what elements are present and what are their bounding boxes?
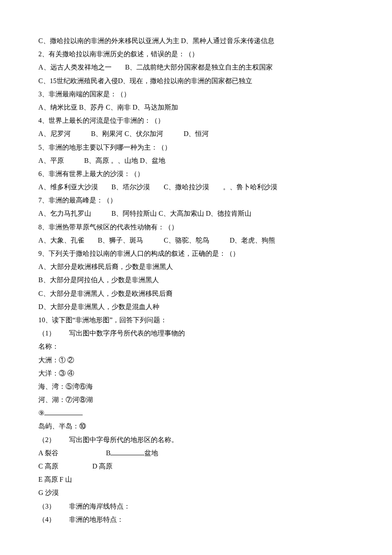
q9-stem: 9、下列关于撒哈拉以南的非洲人口的构成的叙述，正确的是：（） [38,247,354,260]
q6-opt-b: B、塔尔沙漠 [112,183,150,191]
q10-p4-num: （4） [38,516,55,523]
q4-stem: 4、世界上最长的河流是位于非洲的：（） [38,114,354,127]
q10-d: D 高原 [92,462,113,470]
q2-stem: 2、有关撒哈拉以南非洲历史的叙述，错误的是：（） [38,47,354,61]
q10-river: 河、湖：⑦河⑧湖 [38,393,354,406]
q9-opt-c: C、大部分是非洲黑人，少数是欧洲移民后裔 [38,287,354,300]
q2-opt-b: B、二战前绝大部分国家都是独立自主的主权国家 [125,64,273,71]
q8-opt-d: D、老虎、狗熊 [230,237,276,244]
q4-opt-bc: B、刚果河 C、伏尔加河 [91,130,163,137]
blank-input[interactable] [44,408,83,415]
q10-p2-text: 写出图中字母所代的地形区的名称。 [69,436,178,443]
q6-opt-d: 。、鲁卜哈利沙漠 [223,183,277,191]
q10-p2: （2）写出图中字母所代的地形区的名称。 [38,433,354,446]
q2-options-cd: C、15世纪欧洲殖民者入侵D、现在，撒哈拉以南的非洲的国家都已独立 [38,74,354,87]
q3-options: A、纳米比亚 B、苏丹 C、南非 D、马达加斯加 [38,101,354,114]
q10-sea: 海、湾：⑤湾⑥海 [38,380,354,393]
q10-p3: （3）非洲的海岸线特点： [38,500,354,513]
q10-p2-num: （2） [38,436,55,443]
q9-opt-d: D、大部分是非洲黑人，少数是混血人种 [38,300,354,313]
q10-line-g: G 沙漠 [38,486,354,499]
q5-opt-rest: B、高原 。、山地 D、盆地 [84,157,165,164]
q4-opt-a: A、尼罗河 [38,130,71,137]
q8-opt-a: A、大象、孔雀 [38,237,84,244]
q10-island: 岛屿、半岛：⑩ [38,419,354,433]
q7-options: A、乞力马扎罗山B、阿特拉斯山 C、大高加索山 D、德拉肯斯山 [38,207,354,220]
q7-opt-a: A、乞力马扎罗山 [38,210,91,217]
q10-nine: ⑨ [38,406,354,419]
q6-opt-c: C、撒哈拉沙漠 [164,183,209,191]
q3-stem: 3、非洲最南端的国家是：（） [38,87,354,101]
q10-p4: （4）非洲的地形特点： [38,513,354,526]
q4-opt-d: D、恒河 [184,130,209,137]
q5-opt-a: A、平原 [38,157,64,164]
q10-continent: 大洲：① ② [38,353,354,367]
q6-options: A、维多利亚大沙漠B、塔尔沙漠C、撒哈拉沙漠。、鲁卜哈利沙漠 [38,180,354,194]
q10-p3-text: 非洲的海岸线特点： [69,503,130,510]
q10-c: C 高原 [38,462,58,470]
q10-a: A 裂谷 [38,449,58,457]
q9-opt-b: B、大部分是阿拉伯人，少数是非洲黑人 [38,273,354,286]
q8-opt-b: B、狮子、斑马 [98,237,144,244]
q10-b-pre: B [106,449,111,457]
q2-opt-a: A、远古人类发祥地之一 [38,64,112,71]
q7-stem: 7、非洲的最高峰是：（） [38,194,354,207]
q10-nine-label: ⑨ [38,409,44,416]
q10-line-ef: E 高原 F 山 [38,473,354,486]
q10-b-suf: 盆地 [144,449,158,457]
q6-opt-a: A、维多利亚大沙漠 [38,183,98,191]
q10-p1-text: 写出图中数字序号所代表的地理事物的 [69,330,185,337]
q6-stem: 6、非洲有世界上最大的沙漠：（） [38,167,354,180]
q9-opt-a: A、大部分是欧洲移民后裔，少数是非洲黑人 [38,260,354,273]
q2-options-ab: A、远古人类发祥地之一B、二战前绝大部分国家都是独立自主的主权国家 [38,61,354,74]
q5-stem: 5、非洲的地形主要以下列哪一种为主：（） [38,141,354,154]
q10-line-cd: C 高原D 高原 [38,460,354,473]
q10-p4-text: 非洲的地形特点： [69,516,124,523]
q8-options: A、大象、孔雀B、狮子、斑马C、骆驼、鸵鸟D、老虎、狗熊 [38,234,354,247]
q2-opt-d: D、现在，撒哈拉以南的非洲的国家都已独立 [118,77,253,84]
q10-ocean: 大洋：③ ④ [38,367,354,380]
q4-options: A、尼罗河B、刚果河 C、伏尔加河D、恒河 [38,127,354,140]
q10-p1-line2: 名称： [38,340,354,353]
q7-opt-rest: B、阿特拉斯山 C、大高加索山 D、德拉肯斯山 [112,210,252,217]
blank-input[interactable] [110,448,144,455]
q10-p1-line1: （1）写出图中数字序号所代表的地理事物的 [38,327,354,340]
q5-options: A、平原B、高原 。、山地 D、盆地 [38,154,354,167]
q10-p3-num: （3） [38,503,55,510]
q10-line-ab: A 裂谷B盆地 [38,446,354,460]
q10-stem: 10、读下图“非洲地形图”，回答下列问题： [38,313,354,327]
q8-opt-c: C、骆驼、鸵鸟 [164,237,209,244]
q8-stem: 8、非洲热带草原气候区的代表性动物有：（） [38,220,354,234]
q2-opt-c: C、15世纪欧洲殖民者入侵 [38,77,118,84]
q10-p1-num: （1） [38,330,55,337]
q-pre-option-c-d: C、撒哈拉以南的非洲的外来移民以亚洲人为主 D、黑种人通过音乐来传递信息 [38,34,354,47]
